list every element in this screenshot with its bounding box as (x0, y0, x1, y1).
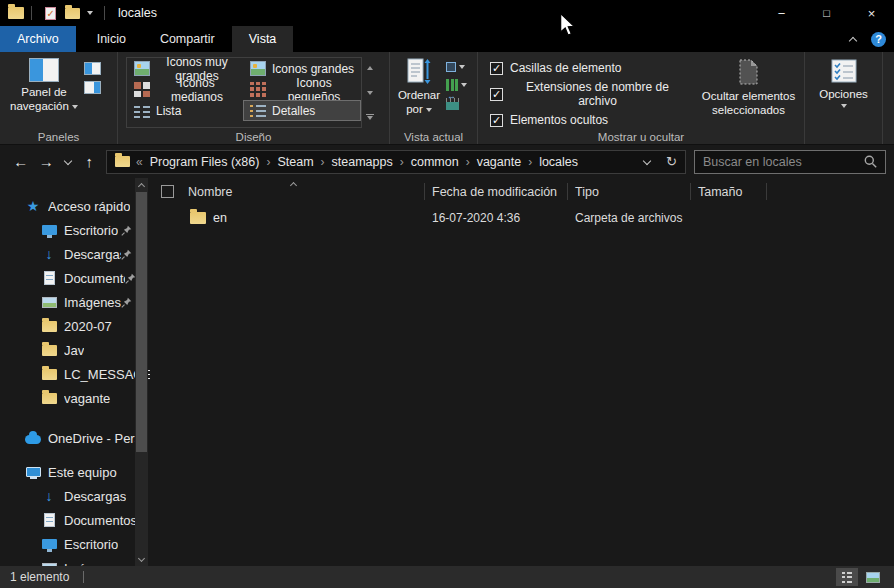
hide-selected-items-button[interactable]: Ocultar elementos seleccionados (695, 55, 802, 128)
ribbon-tab-strip: Archivo Inicio Compartir Vista ? (0, 26, 894, 52)
breadcrumb-steamapps[interactable]: steamapps (332, 155, 393, 169)
extra-large-icons-icon (134, 61, 150, 76)
collapse-ribbon-button[interactable] (845, 28, 861, 50)
scrollbar-thumb[interactable] (136, 192, 147, 452)
gallery-more-button[interactable] (366, 109, 374, 125)
checkbox-casillas-de-elemento[interactable]: ✓ Casillas de elemento (490, 61, 685, 75)
forward-button[interactable]: → (33, 149, 58, 175)
new-folder-icon (65, 8, 80, 19)
ribbon-group-paneles: Panel de navegación Paneles (0, 52, 118, 144)
qat-new-folder-button[interactable] (61, 2, 83, 24)
sidebar-item-escritorio-pc[interactable]: Escritorio (0, 532, 150, 556)
triangle-up-icon (367, 66, 373, 70)
qat-properties-button[interactable]: ✓ (39, 2, 61, 24)
column-header-tipo[interactable]: Tipo (568, 183, 691, 200)
title-bar: ✓ locales − □ × (0, 0, 894, 26)
column-header-fecha[interactable]: Fecha de modificación (425, 183, 568, 200)
preview-pane-button[interactable] (82, 61, 103, 76)
checkbox-extensiones[interactable]: ✓ Extensiones de nombre de archivo (490, 80, 685, 108)
address-dropdown-button[interactable] (638, 153, 656, 171)
sidebar-item-documentos[interactable]: Documentos (0, 266, 150, 290)
tab-compartir[interactable]: Compartir (143, 26, 232, 52)
layout-item-label: Iconos grandes (272, 62, 354, 76)
sidebar-item-onedrive[interactable]: OneDrive - Perso (0, 426, 150, 450)
sidebar-item-imagenes[interactable]: Imágenes (0, 290, 150, 314)
refresh-button[interactable]: ↻ (666, 154, 677, 169)
layout-detalles[interactable]: Detalles (243, 100, 361, 121)
layout-iconos-medianos[interactable]: Iconos medianos (127, 79, 243, 100)
breadcrumb-program-files[interactable]: Program Files (x86) (150, 155, 260, 169)
group-by-button[interactable] (444, 61, 469, 73)
checkbox-elementos-ocultos[interactable]: ✓ Elementos ocultos (490, 113, 685, 127)
sort-by-button[interactable]: Ordenar por (394, 55, 444, 128)
gallery-scroll-up-button[interactable] (366, 60, 374, 76)
close-button[interactable]: × (849, 0, 894, 26)
address-bar[interactable]: « Program Files (x86) › Steam › steamapp… (106, 150, 686, 174)
help-button[interactable]: ? (871, 32, 886, 47)
add-columns-button[interactable] (444, 78, 469, 92)
sidebar-item-descargas[interactable]: ↓ Descargas (0, 242, 150, 266)
scroll-down-button[interactable] (135, 553, 148, 566)
chevron-up-icon (849, 36, 857, 44)
details-pane-button[interactable] (82, 80, 103, 95)
sidebar-item-acceso-rapido[interactable]: ★ Acceso rápido (0, 194, 150, 218)
dropdown-icon (459, 65, 465, 69)
search-input[interactable] (703, 155, 864, 169)
select-all-checkbox[interactable] (161, 185, 174, 198)
tab-inicio[interactable]: Inicio (80, 26, 143, 52)
details-view-toggle[interactable] (836, 568, 858, 586)
sort-by-icon (407, 58, 431, 85)
pin-icon (121, 249, 132, 260)
sidebar-item-escritorio[interactable]: Escritorio (0, 218, 150, 242)
document-icon (44, 513, 55, 527)
sidebar-item-descargas-pc[interactable]: ↓ Descargas (0, 484, 150, 508)
folder-icon (42, 345, 57, 356)
sidebar-item-jav[interactable]: Jav (0, 338, 150, 362)
sidebar-item-documentos-pc[interactable]: Documentos (0, 508, 150, 532)
group-by-icon (446, 62, 456, 72)
file-row-en[interactable]: en 16-07-2020 4:36 Carpeta de archivos (150, 206, 770, 230)
breadcrumb-common[interactable]: common (411, 155, 459, 169)
qat-separator (31, 6, 32, 20)
column-headers: Nombre Fecha de modificación Tipo Tamaño (150, 180, 894, 203)
navigation-pane-button[interactable]: Panel de navegación (6, 55, 82, 128)
main-area: ★ Acceso rápido Escritorio ↓ Descargas D… (0, 178, 894, 566)
gallery-scroll-down-button[interactable] (366, 85, 374, 101)
tab-archivo[interactable]: Archivo (0, 26, 76, 52)
sidebar-item-este-equipo[interactable]: Este equipo (0, 460, 150, 484)
layout-iconos-pequenos[interactable]: Iconos pequeños (243, 79, 361, 100)
column-header-tamano[interactable]: Tamaño (691, 183, 767, 200)
column-header-nombre[interactable]: Nombre (150, 183, 425, 200)
sidebar-item-lc-messages[interactable]: LC_MESSAGES (0, 362, 150, 386)
up-button[interactable]: ↑ (77, 149, 102, 175)
thumbnails-view-toggle[interactable] (862, 568, 884, 586)
scroll-up-button[interactable] (135, 178, 148, 191)
chevron-down-icon (643, 156, 651, 164)
checkbox-label: Extensiones de nombre de archivo (510, 80, 685, 108)
size-columns-button[interactable] (444, 97, 469, 111)
ribbon-group-opciones: Opciones (805, 52, 883, 144)
size-columns-icon (446, 98, 459, 110)
options-button[interactable]: Opciones (815, 55, 872, 128)
chevron-down-icon (138, 555, 145, 562)
breadcrumb-vagante[interactable]: vagante (477, 155, 521, 169)
layout-lista[interactable]: Lista (127, 100, 243, 121)
dropdown-icon (841, 104, 847, 108)
sidebar-item-label: Jav (64, 343, 84, 358)
recent-locations-button[interactable] (59, 149, 77, 175)
file-type: Carpeta de archivos (568, 211, 691, 225)
sidebar-item-2020-07[interactable]: 2020-07 (0, 314, 150, 338)
qat-customize-button[interactable] (83, 2, 97, 24)
breadcrumb-locales[interactable]: locales (539, 155, 578, 169)
sidebar-scrollbar[interactable] (135, 178, 148, 566)
minimize-button[interactable]: − (759, 0, 804, 26)
item-count: 1 elemento (10, 570, 69, 584)
tab-vista[interactable]: Vista (232, 26, 294, 52)
details-pane-icon (84, 81, 101, 94)
breadcrumb-steam[interactable]: Steam (277, 155, 313, 169)
group-label-mostrar-u-ocultar: Mostrar u ocultar (478, 131, 804, 143)
maximize-button[interactable]: □ (804, 0, 849, 26)
sort-by-label: Ordenar por (398, 89, 440, 115)
back-button[interactable]: ← (8, 149, 33, 175)
sidebar-item-vagante[interactable]: vagante (0, 386, 150, 410)
